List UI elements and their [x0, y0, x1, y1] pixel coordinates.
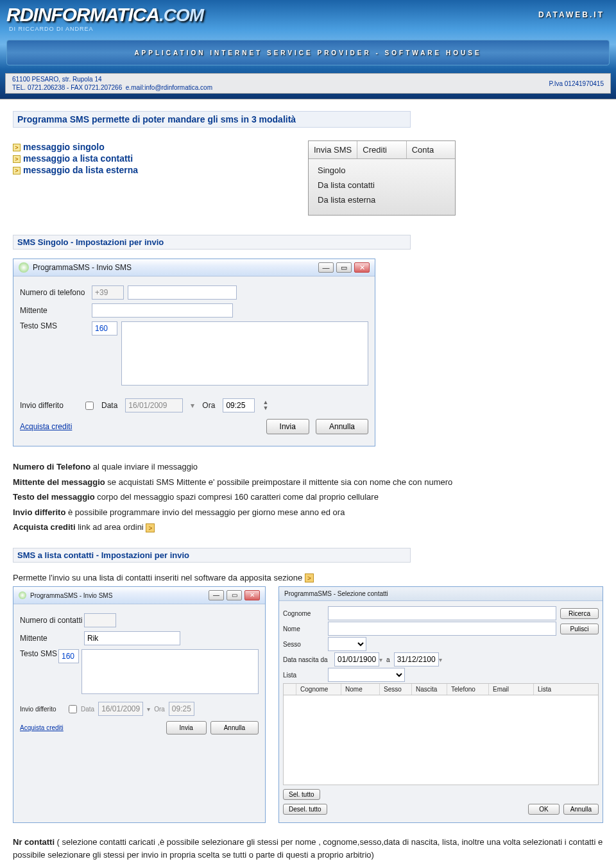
spinner-icon[interactable]: ▲▼: [262, 400, 268, 411]
label-testo-sms: Testo SMS: [20, 321, 92, 330]
desc-lista-text: Permette l'invio su una lista di contatt…: [13, 573, 302, 582]
button-desel-tutto[interactable]: Desel. tutto: [283, 804, 327, 815]
minimize-button[interactable]: —: [318, 262, 334, 273]
window-invio-sms-lista: ProgrammaSMS - Invio SMS — ▭ ✕ Numero di…: [13, 586, 266, 823]
bullet-list: messaggio a lista contatti: [23, 153, 133, 164]
label-nrcontatti: Numero di contatti: [20, 616, 84, 625]
window-title: ProgrammaSMS - Selezione contatti: [284, 590, 388, 597]
col-email: Email: [489, 684, 534, 695]
button-ok[interactable]: OK: [528, 804, 559, 815]
menu-item-singolo[interactable]: Singolo: [311, 163, 452, 178]
company-piva: P.Iva 01241970415: [549, 80, 604, 87]
header-banner: RDINFORMATICA.COM DI RICCARDO DI ANDREA …: [0, 0, 616, 99]
dataweb-label: DATAWEB.IT: [538, 10, 604, 19]
label-nome: Nome: [283, 625, 328, 633]
table-body[interactable]: [283, 695, 599, 785]
label-data: Data: [81, 706, 94, 713]
input-phone[interactable]: [128, 285, 237, 300]
section-heading-singolo: SMS Singolo - Impostazioni per invio: [13, 235, 411, 250]
input-data-da[interactable]: [334, 652, 379, 666]
button-ricerca[interactable]: Ricerca: [560, 608, 599, 619]
col-nascita: Nascita: [412, 684, 447, 695]
app-icon: [19, 591, 26, 599]
input-nome[interactable]: [328, 622, 556, 636]
menu-tab-contatti[interactable]: Conta: [407, 141, 455, 158]
input-ora[interactable]: [169, 702, 194, 716]
charcount: [92, 321, 117, 335]
col-sesso: Sesso: [380, 684, 412, 695]
banner-tagline-bar: APPLICATION INTERNET SERVICE PROVIDER - …: [6, 40, 610, 65]
link-icon: >: [146, 523, 155, 532]
bullet-external: messaggio da lista esterna: [23, 165, 138, 175]
desc-testo-label: Testo del messaggio: [13, 492, 95, 502]
input-data-a[interactable]: [394, 652, 439, 666]
maximize-button[interactable]: ▭: [336, 262, 352, 273]
select-lista[interactable]: [328, 668, 405, 682]
label-testo-sms: Testo SMS: [20, 649, 58, 658]
maximize-button[interactable]: ▭: [227, 590, 242, 600]
desc-phone-text: al quale inviare il messaggio: [90, 462, 198, 471]
link-acquista-crediti[interactable]: Acquista crediti: [20, 724, 64, 731]
input-mittente[interactable]: [92, 303, 233, 318]
desc-testo-text: corpo del messaggio spazi compresi 160 c…: [95, 492, 379, 502]
input-mittente[interactable]: [84, 631, 180, 645]
bullet-icon: >: [13, 155, 21, 163]
label-cognome: Cognome: [283, 610, 328, 617]
logo-com: .COM: [159, 5, 203, 25]
button-invia[interactable]: Invia: [266, 419, 309, 434]
window-invio-sms-singolo: ProgrammaSMS - Invio SMS — ▭ ✕ Numero di…: [13, 259, 375, 446]
button-sel-tutto[interactable]: Sel. tutto: [283, 789, 320, 800]
label-phone: Numero di telefono: [20, 288, 92, 297]
close-button[interactable]: ✕: [244, 590, 260, 600]
desc-differito-label: Invio differito: [13, 507, 65, 517]
desc-mittente-label: Mittente del messaggio: [13, 477, 105, 487]
label-mittente: Mittente: [20, 306, 92, 315]
link-acquista-crediti[interactable]: Acquista crediti: [20, 422, 72, 431]
input-prefix[interactable]: [92, 285, 124, 300]
label-data: Data: [101, 401, 117, 410]
col-cognome: Cognome: [296, 684, 341, 695]
section-heading-modalities: Programma SMS permette di poter mandare …: [13, 111, 411, 128]
label-mittente: Mittente: [20, 634, 84, 643]
col-nome: Nome: [341, 684, 380, 695]
button-annulla[interactable]: Annulla: [563, 804, 599, 815]
col-lista: Lista: [534, 684, 598, 695]
close-button[interactable]: ✕: [354, 262, 370, 273]
bullet-icon: >: [13, 167, 21, 174]
label-lista: Lista: [283, 672, 328, 679]
menu-tab-invia-sms[interactable]: Invia SMS: [309, 141, 357, 158]
select-sesso[interactable]: [328, 637, 366, 651]
input-data[interactable]: [98, 702, 143, 716]
menu-tab-crediti[interactable]: Crediti: [357, 141, 406, 158]
menu-item-da-lista-esterna[interactable]: Da lista esterna: [311, 192, 452, 207]
minimize-button[interactable]: —: [209, 590, 224, 600]
input-ora[interactable]: [223, 398, 255, 412]
label-ora: Ora: [154, 706, 165, 713]
button-annulla[interactable]: Annulla: [210, 721, 259, 734]
textarea-sms[interactable]: [121, 321, 368, 386]
checkbox-differito[interactable]: [69, 705, 77, 713]
input-data[interactable]: [125, 398, 183, 412]
bullet-single: messaggio singolo: [23, 142, 105, 152]
desc-differito-text: è possibile programmare invio del messag…: [65, 507, 345, 517]
menu-item-da-lista-contatti[interactable]: Da lista contatti: [311, 178, 452, 192]
window-title: ProgrammaSMS - Invio SMS: [30, 592, 112, 599]
input-cognome[interactable]: [328, 606, 556, 620]
section-heading-lista: SMS a lista contatti - Impostazioni per …: [13, 548, 411, 563]
checkbox-differito[interactable]: [85, 402, 94, 410]
link-icon: >: [305, 573, 314, 582]
button-invia[interactable]: Invia: [166, 721, 207, 734]
logo: RDINFORMATICA.COM: [6, 4, 203, 26]
company-contacts: TEL. 0721.206238 - FAX 0721.207266 e.mai…: [12, 83, 212, 92]
label-sesso: Sesso: [283, 641, 328, 648]
company-address: 61100 PESARO, str. Rupola 14: [12, 75, 212, 83]
app-icon: [19, 262, 29, 273]
button-annulla[interactable]: Annulla: [316, 419, 368, 434]
button-pulisci[interactable]: Pulisci: [560, 624, 599, 634]
desc-phone-label: Numero di Telefono: [13, 462, 90, 471]
textarea-sms[interactable]: [81, 649, 259, 694]
label-differito: Invio differito: [20, 401, 78, 410]
desc-acquista-label: Acquista crediti: [13, 522, 76, 532]
desc-acquista-text: link ad area ordini: [76, 522, 144, 532]
label-data-da: Data nascita da: [283, 656, 334, 663]
